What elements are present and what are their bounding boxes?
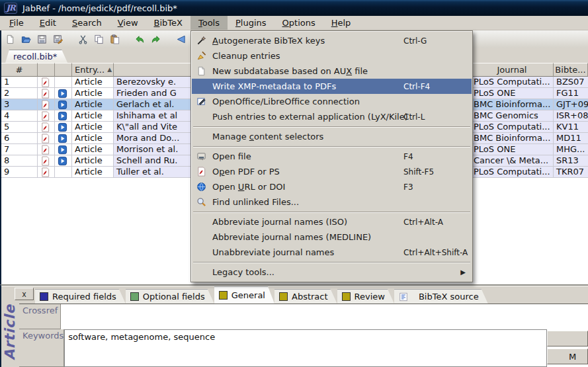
cell-pdf[interactable] <box>38 144 55 155</box>
entry-editor-tab-general[interactable]: General <box>214 286 274 304</box>
database-tab[interactable]: recoll.bib* <box>5 50 67 63</box>
column-header-entrytype[interactable]: Entry...▲ <box>72 63 114 77</box>
toolbar-save-all-button[interactable] <box>53 32 67 46</box>
menu-item-shortcut: F4 <box>403 152 413 161</box>
menubar-item-help[interactable]: Help <box>323 16 359 30</box>
-icon <box>196 81 212 92</box>
toolbar-paste-button[interactable] <box>110 32 124 46</box>
save-database-icon <box>37 34 52 45</box>
cell-number: 4 <box>1 110 38 122</box>
cell-link[interactable] <box>55 144 72 155</box>
cell-entrytype: Article <box>72 167 114 178</box>
link-icon <box>58 133 69 144</box>
menubar-item-search[interactable]: Search <box>64 16 110 30</box>
menubar-item-view[interactable]: View <box>110 16 146 30</box>
menu-item-label: Open PDF or PS <box>212 167 280 177</box>
-icon <box>196 216 212 227</box>
keywords-label: Keywords <box>19 329 64 367</box>
toolbar-save-database-button[interactable] <box>37 32 52 46</box>
menu-item-open-url-doi[interactable]: Open URL or DOIF3 <box>192 179 472 194</box>
entry-editor-close-button[interactable]: x <box>15 288 34 300</box>
menubar: FileEditSearchViewBibTeXToolsPluginsOpti… <box>0 16 588 30</box>
cell-number: 6 <box>1 133 38 144</box>
cell-link[interactable] <box>55 155 72 167</box>
menu-item-openoffice-connection[interactable]: OpenOffice/LibreOffice connection <box>192 94 472 109</box>
cell-pdf[interactable] <box>38 155 55 167</box>
menu-item-new-subdatabase-aux[interactable]: New subdatabase based on AUX file <box>192 63 472 79</box>
menu-item-unabbreviate-journal[interactable]: Unabbreviate journal namesCtrl+Alt+Shift… <box>192 245 472 260</box>
menubar-item-edit[interactable]: Edit <box>32 16 64 30</box>
pdf-icon <box>40 155 52 167</box>
column-header-link[interactable] <box>55 63 72 77</box>
entry-editor-tab-optional-fields[interactable]: Optional fields <box>126 289 214 304</box>
cell-pdf[interactable] <box>38 77 55 88</box>
cell-link[interactable] <box>55 88 72 99</box>
keywords-side-button[interactable] <box>547 331 588 347</box>
toolbar-open-database-button[interactable] <box>21 32 36 46</box>
cell-link[interactable] <box>55 122 72 133</box>
menu-item-autogenerate-bibtex-keys[interactable]: Autogenerate BibTeX keysCtrl-G <box>192 33 472 48</box>
column-header-pdf[interactable] <box>38 63 55 77</box>
new-page-icon <box>196 65 212 77</box>
entry-editor-tab-abstract[interactable]: Abstract <box>274 289 337 304</box>
menu-item-write-xmp-metadata[interactable]: Write XMP-metadata to PDFsCtrl-F4 <box>192 79 472 94</box>
menubar-item-bibtex[interactable]: BibTeX <box>146 16 190 30</box>
paste-icon <box>110 34 124 45</box>
menubar-item-plugins[interactable]: Plugins <box>228 16 274 30</box>
toolbar-undo-button[interactable] <box>135 32 149 46</box>
cell-link[interactable] <box>55 77 72 88</box>
source-icon <box>399 291 415 302</box>
mark-entries-icon <box>176 34 190 45</box>
cell-pdf[interactable] <box>38 122 55 133</box>
menu-item-open-pdf-ps[interactable]: Open PDF or PSShift-F5 <box>192 164 472 179</box>
cell-pdf[interactable] <box>38 133 55 144</box>
column-header-journal[interactable]: Journal <box>471 63 554 77</box>
entry-editor-tab-bibtex-source[interactable]: BibTeX source <box>394 289 488 304</box>
menu-item-shortcut: Ctrl-L <box>403 112 425 122</box>
jabref-window: JR JabRef - /home/jedick/pdf/recoll.bib*… <box>0 0 588 367</box>
cell-pdf[interactable] <box>38 99 55 110</box>
cell-pdf[interactable] <box>38 88 55 99</box>
cell-link[interactable] <box>55 99 72 110</box>
submenu-arrow-icon: ▶ <box>460 268 466 276</box>
menu-item-find-unlinked-files[interactable]: Find unlinked Files... <box>192 194 472 210</box>
toolbar-cut-button[interactable] <box>78 32 93 46</box>
keywords-side-button[interactable]: M <box>547 348 588 364</box>
menu-item-abbreviate-journal-iso[interactable]: Abbreviate journal names (ISO)Ctrl+Alt-A <box>192 214 472 229</box>
cell-pdf[interactable] <box>38 167 55 178</box>
openoffice-icon <box>196 96 212 107</box>
cell-pdf[interactable] <box>38 110 55 122</box>
link-icon <box>58 155 69 167</box>
menu-item-push-entries-external[interactable]: Push entries to external application (Ly… <box>192 109 472 124</box>
cell-link[interactable] <box>55 167 72 178</box>
toolbar-copy-button[interactable] <box>94 32 108 46</box>
-icon <box>196 131 212 142</box>
pdf-icon <box>40 110 52 122</box>
cell-link[interactable] <box>55 133 72 144</box>
menu-item-cleanup-entries[interactable]: Cleanup entries <box>192 48 472 63</box>
column-header-bibtexkey[interactable]: Bibte... <box>554 63 588 77</box>
keywords-input[interactable]: software, metagenome, sequence <box>64 329 547 367</box>
cell-link[interactable] <box>55 110 72 122</box>
cell-entrytype: Article <box>72 155 114 167</box>
tab-label: General <box>231 288 265 303</box>
menubar-item-tools[interactable]: Tools <box>190 16 228 30</box>
toolbar-new-database-button[interactable] <box>5 32 20 46</box>
menubar-item-file[interactable]: File <box>1 16 32 30</box>
toolbar-mark-entries-button[interactable] <box>176 32 190 46</box>
menu-item-label: Find unlinked Files... <box>212 197 299 207</box>
globe-icon <box>196 181 212 192</box>
tab-color-square-icon <box>130 292 139 301</box>
menu-item-legacy-tools[interactable]: Legacy tools...▶ <box>192 265 472 280</box>
column-header-number[interactable]: # <box>1 63 38 77</box>
menu-item-abbreviate-journal-medline[interactable]: Abbreviate journal names (MEDLINE) <box>192 229 472 245</box>
menubar-item-options[interactable]: Options <box>274 16 323 30</box>
crossref-input[interactable] <box>61 304 588 329</box>
menu-item-open-file[interactable]: Open fileF4 <box>192 149 472 164</box>
cell-journal: PLoS ONE <box>471 144 554 155</box>
entry-editor-tab-required-fields[interactable]: Required fields <box>35 289 126 304</box>
toolbar-redo-button[interactable] <box>151 32 165 46</box>
tab-label: Review <box>355 290 385 304</box>
entry-editor-tab-review[interactable]: Review <box>337 289 394 304</box>
menu-item-manage-content-selectors[interactable]: Manage content selectors <box>192 129 472 144</box>
